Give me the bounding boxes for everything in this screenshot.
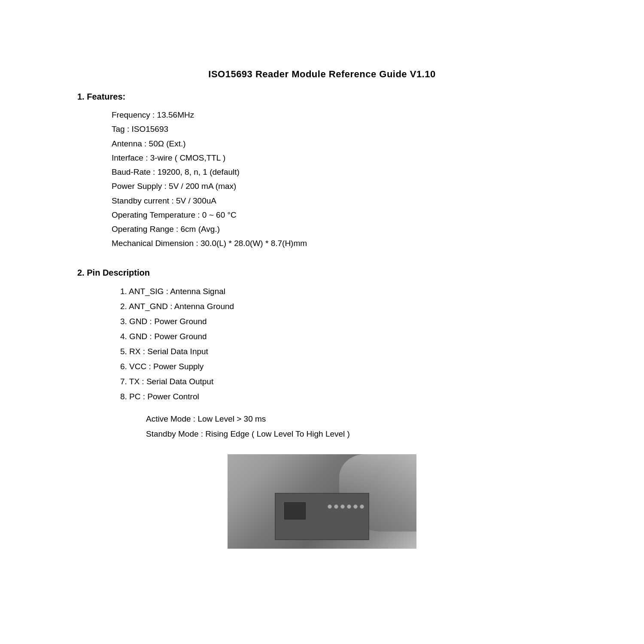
- page-title: ISO15693 Reader Module Reference Guide V…: [77, 69, 567, 80]
- pin-4: [347, 504, 351, 509]
- feature-item-7: Standby current : 5V / 300uA: [112, 194, 567, 208]
- pin-item-5: 5. RX : Serial Data Input: [120, 344, 567, 359]
- features-list: Frequency : 13.56MHz Tag : ISO15693 Ante…: [112, 108, 567, 251]
- feature-item-2: Tag : ISO15693: [112, 122, 567, 136]
- pin-2: [334, 504, 338, 509]
- feature-item-4: Interface : 3-wire ( CMOS,TTL ): [112, 151, 567, 165]
- pin-6: [360, 504, 364, 509]
- pcb-chip: [284, 502, 306, 519]
- pcb-board: [275, 493, 369, 540]
- pin-item-4: 4. GND : Power Ground: [120, 329, 567, 344]
- pin-1: [328, 504, 332, 509]
- feature-item-9: Operating Range : 6cm (Avg.): [112, 222, 567, 236]
- section-features: 1. Features: Frequency : 13.56MHz Tag : …: [77, 92, 567, 251]
- pin-5: [353, 504, 358, 509]
- pin-list: 1. ANT_SIG : Antenna Signal 2. ANT_GND :…: [120, 284, 567, 404]
- feature-item-5: Baud-Rate : 19200, 8, n, 1 (default): [112, 165, 567, 179]
- feature-item-3: Antenna : 50Ω (Ext.): [112, 137, 567, 151]
- pc-mode-standby: Standby Mode : Rising Edge ( Low Level T…: [146, 426, 567, 441]
- pin-item-6: 6. VCC : Power Supply: [120, 359, 567, 374]
- pin-item-3: 3. GND : Power Ground: [120, 314, 567, 329]
- device-image: [228, 454, 416, 549]
- pc-sublist: Active Mode : Low Level > 30 ms Standby …: [146, 411, 567, 441]
- pin-item-1: 1. ANT_SIG : Antenna Signal: [120, 284, 567, 299]
- feature-item-6: Power Supply : 5V / 200 mA (max): [112, 179, 567, 193]
- section-pin-description: 2. Pin Description 1. ANT_SIG : Antenna …: [77, 268, 567, 441]
- pin-item-7: 7. TX : Serial Data Output: [120, 374, 567, 389]
- feature-item-10: Mechanical Dimension : 30.0(L) * 28.0(W)…: [112, 236, 567, 250]
- pin-item-2: 2. ANT_GND : Antenna Ground: [120, 299, 567, 314]
- feature-item-1: Frequency : 13.56MHz: [112, 108, 567, 122]
- device-image-container: [77, 454, 567, 549]
- features-heading: 1. Features:: [77, 92, 567, 102]
- pin-item-8: 8. PC : Power Control: [120, 389, 567, 404]
- pin-description-heading: 2. Pin Description: [77, 268, 567, 278]
- feature-item-8: Operating Temperature : 0 ~ 60 °C: [112, 208, 567, 222]
- pin-3: [340, 504, 345, 509]
- pc-mode-active: Active Mode : Low Level > 30 ms: [146, 411, 567, 426]
- pcb-pins: [328, 504, 364, 509]
